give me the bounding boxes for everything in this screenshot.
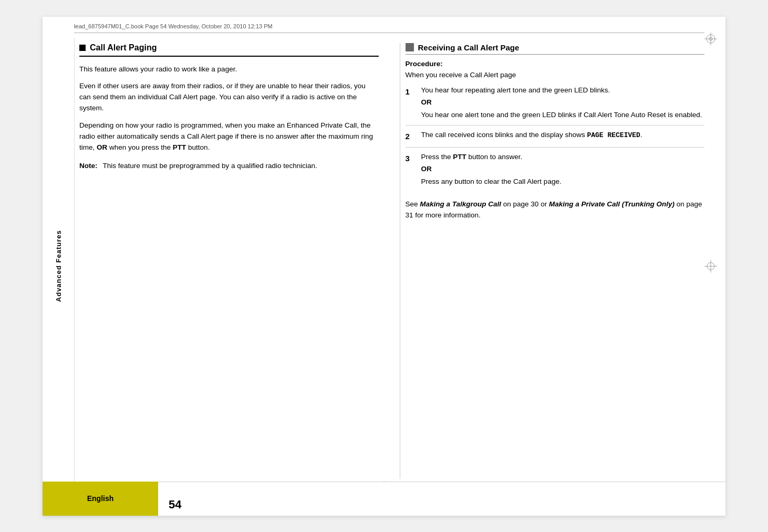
- see-also-page1: on page 30 or: [501, 200, 549, 208]
- step-1-content: You hear four repeating alert tone and t…: [421, 85, 705, 121]
- step-1-sub: You hear one alert tone and the green LE…: [421, 111, 702, 119]
- step-2-number: 2: [406, 130, 415, 142]
- heading-square-icon: [79, 45, 86, 51]
- steps-list: 1 You hear four repeating alert tone and…: [406, 85, 705, 192]
- step-1-main: You hear four repeating alert tone and t…: [421, 86, 610, 94]
- when-text: When you receive a Call Alert page: [406, 71, 705, 79]
- crosshair-top-right: [703, 32, 718, 46]
- or-bold: OR: [97, 143, 107, 151]
- left-para-3: Depending on how your radio is programme…: [79, 120, 379, 153]
- left-para-1: This feature allows your radio to work l…: [79, 64, 379, 75]
- note-text: This feature must be preprogrammed by a …: [103, 161, 317, 171]
- language-label: English: [43, 482, 158, 516]
- page-container: O5Head_6875947M01_C.book Page 54 Wednesd…: [0, 0, 768, 532]
- step-3-content: Press the PTT button to answer. OR Press…: [421, 152, 705, 188]
- note-block: Note: This feature must be preprogrammed…: [79, 161, 379, 171]
- page-icon: [406, 43, 414, 51]
- right-section-heading: Receiving a Call Alert Page: [406, 43, 705, 55]
- ptt-bold: PTT: [173, 143, 186, 151]
- page-number: 54: [158, 482, 725, 516]
- book-page: O5Head_6875947M01_C.book Page 54 Wednesd…: [43, 17, 725, 516]
- step-3-number: 3: [406, 152, 415, 188]
- sidebar-label: Advanced Features: [43, 17, 74, 516]
- note-label: Note:: [79, 161, 98, 171]
- step-3: 3 Press the PTT button to answer. OR Pre…: [406, 152, 705, 192]
- top-bar: O5Head_6875947M01_C.book Page 54 Wednesd…: [64, 23, 704, 33]
- procedure-label: Procedure:: [406, 60, 705, 68]
- left-divider: [74, 38, 75, 482]
- step-1-number: 1: [406, 85, 415, 121]
- step-2-content: The call received icons blinks and the d…: [421, 130, 705, 142]
- step-1: 1 You hear four repeating alert tone and…: [406, 85, 705, 126]
- sidebar-text: Advanced Features: [55, 230, 63, 302]
- see-also: See Making a Talkgroup Call on page 30 o…: [406, 199, 705, 221]
- see-also-intro: See: [406, 200, 420, 208]
- see-also-link1: Making a Talkgroup Call: [420, 200, 501, 208]
- top-bar-text: O5Head_6875947M01_C.book Page 54 Wednesd…: [64, 23, 273, 29]
- step-3-sub: Press any button to clear the Call Alert…: [421, 178, 562, 185]
- step-3-ptt: PTT: [453, 153, 466, 161]
- left-para-2: Even if other users are away from their …: [79, 81, 379, 114]
- step-3-or: OR: [421, 164, 705, 175]
- page-received-label: PAGE RECEIVED: [587, 131, 640, 139]
- content-area: Call Alert Paging This feature allows yo…: [79, 43, 704, 479]
- right-column: Receiving a Call Alert Page Procedure: W…: [400, 43, 705, 479]
- crosshair-mid-right: [703, 259, 718, 274]
- left-column: Call Alert Paging This feature allows yo…: [79, 43, 384, 479]
- bottom-bar: English 54: [43, 482, 725, 516]
- see-also-link2: Making a Private Call (Trunking Only): [549, 200, 674, 208]
- left-heading-text: Call Alert Paging: [90, 43, 157, 53]
- step-1-or: OR: [421, 97, 705, 108]
- step-2: 2 The call received icons blinks and the…: [406, 130, 705, 147]
- right-heading-text: Receiving a Call Alert Page: [418, 43, 520, 52]
- left-section-heading: Call Alert Paging: [79, 43, 379, 57]
